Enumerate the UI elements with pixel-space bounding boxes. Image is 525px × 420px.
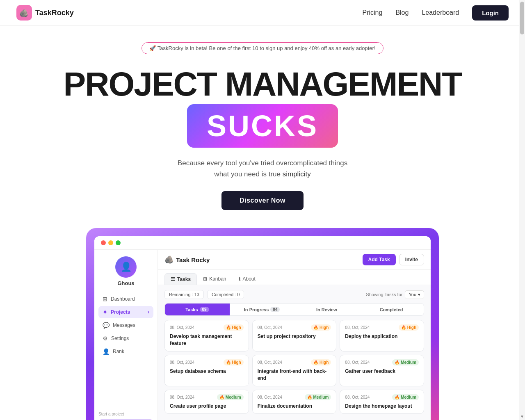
titlebar-dot-green <box>116 240 121 245</box>
showing-chevron-icon: ▾ <box>418 292 420 297</box>
messages-icon: 💬 <box>103 322 110 329</box>
main-logo: 🪨 Task Rocky <box>164 255 210 264</box>
sidebar-menu: ⊞ Dashboard ✦ Projects › 💬 Messages <box>94 293 158 358</box>
task-card[interactable]: 08, Oct, 2024 🔥 High Set up project repo… <box>252 320 337 352</box>
task-card-header: 08, Oct, 2024 🔥 High <box>345 324 419 331</box>
task-card[interactable]: 08, Oct, 2024 🔥 Medium Gather user feedb… <box>340 355 424 386</box>
avatar: 👤 <box>115 256 137 278</box>
task-card-header: 08, Oct, 2024 🔥 High <box>170 359 244 365</box>
kanban-tab-label: Kanban <box>209 276 226 282</box>
priority-badge: 🔥 Medium <box>392 394 419 400</box>
discover-now-button[interactable]: Discover Now <box>221 191 304 210</box>
sidebar-item-projects[interactable]: ✦ Projects › <box>98 306 153 318</box>
sidebar-item-dashboard[interactable]: ⊞ Dashboard <box>98 293 153 305</box>
sidebar-item-settings[interactable]: ⚙ Settings <box>98 332 153 345</box>
scrollbar[interactable]: ▲ ▼ <box>519 0 525 420</box>
task-card[interactable]: 08, Oct, 2024 🔥 High Develop task manage… <box>164 320 249 352</box>
about-tab-label: About <box>243 276 256 282</box>
login-button[interactable]: Login <box>472 5 509 21</box>
sidebar-label-projects: Projects <box>111 309 130 315</box>
inprogress-count-badge: 04 <box>270 307 280 312</box>
tasks-grid: 08, Oct, 2024 🔥 High Develop task manage… <box>164 320 424 414</box>
main-header-actions: Add Task Invite <box>363 254 424 265</box>
col-header-completed[interactable]: Completed <box>359 304 424 315</box>
task-card[interactable]: 08, Oct, 2024 🔥 High Integrate front-end… <box>252 355 337 386</box>
task-card[interactable]: 08, Oct, 2024 🔥 Medium Finalize document… <box>252 390 337 414</box>
sidebar-item-messages[interactable]: 💬 Messages <box>98 319 153 331</box>
task-card[interactable]: 08, Oct, 2024 🔥 High Setup database sche… <box>164 355 249 386</box>
task-title: Set up project repository <box>258 333 331 340</box>
settings-icon: ⚙ <box>103 335 108 342</box>
showing-tasks-select[interactable]: You ▾ <box>405 290 424 299</box>
task-date: 08, Oct, 2024 <box>258 360 282 365</box>
priority-badge: 🔥 Medium <box>217 394 244 400</box>
titlebar-dot-yellow <box>108 240 113 245</box>
task-card[interactable]: 08, Oct, 2024 🔥 Medium Design the homepa… <box>340 390 424 414</box>
tasks-tab-label: Tasks <box>177 276 191 282</box>
task-date: 08, Oct, 2024 <box>345 325 370 330</box>
brand-name: TaskRocky <box>35 9 74 17</box>
showing-tasks-label: Showing Tasks for <box>366 292 402 297</box>
user-name: Ghous <box>117 280 134 286</box>
main-content: 🪨 Task Rocky Add Task Invite ☰ Tasks <box>158 250 431 420</box>
task-stats: Remaining : 13 Completed : 0 <box>164 290 244 299</box>
task-filters-row: Remaining : 13 Completed : 0 Showing Tas… <box>164 290 424 299</box>
task-title: Create user profile page <box>170 403 244 410</box>
task-columns-header: Tasks 09 In Progress 04 In Review Comple… <box>164 303 424 316</box>
rank-icon: 👤 <box>103 348 110 355</box>
tasks-tab-icon: ☰ <box>171 276 175 282</box>
sidebar-label-messages: Messages <box>113 322 135 328</box>
nav-links: Pricing Blog Leaderboard Login <box>362 5 509 21</box>
app-window: 👤 Ghous ⊞ Dashboard ✦ Projects › <box>94 236 431 420</box>
task-card[interactable]: 08, Oct, 2024 🔥 High Deploy the applicat… <box>340 320 424 352</box>
add-task-button[interactable]: Add Task <box>363 254 396 265</box>
sidebar-item-rank[interactable]: 👤 Rank <box>98 345 153 358</box>
hero-subtitle: Because every tool you've tried overcomp… <box>8 158 517 180</box>
main-logo-icon: 🪨 <box>164 255 173 264</box>
hero-title-sucks: SUCKS <box>187 104 338 148</box>
app-preview-container: 👤 Ghous ⊞ Dashboard ✦ Projects › <box>86 228 439 420</box>
tab-tasks[interactable]: ☰ Tasks <box>164 273 197 285</box>
scroll-thumb[interactable] <box>520 2 524 34</box>
task-title: Design the homepage layout <box>345 403 419 410</box>
start-project-label: Start a project <box>94 407 158 418</box>
main-tabs: ☰ Tasks ⊞ Kanban ℹ About <box>158 270 431 285</box>
sidebar-label-rank: Rank <box>113 349 124 354</box>
sidebar-label-settings: Settings <box>111 336 129 341</box>
task-date: 08, Oct, 2024 <box>345 395 370 399</box>
hero-subtitle-line2: what you need is true <box>214 170 282 178</box>
priority-badge: 🔥 High <box>311 359 331 365</box>
projects-icon: ✦ <box>103 309 107 315</box>
invite-button[interactable]: Invite <box>399 254 424 265</box>
sidebar-label-dashboard: Dashboard <box>111 296 135 302</box>
priority-badge: 🔥 Medium <box>305 394 331 400</box>
nav-leaderboard[interactable]: Leaderboard <box>422 9 459 16</box>
task-title: Deploy the application <box>345 333 419 340</box>
col-header-inreview[interactable]: In Review <box>294 304 359 315</box>
projects-chevron-icon: › <box>148 309 149 315</box>
col-header-inprogress[interactable]: In Progress 04 <box>230 304 294 315</box>
task-card-header: 08, Oct, 2024 🔥 Medium <box>170 394 244 400</box>
scroll-down-arrow[interactable]: ▼ <box>519 413 525 420</box>
task-card-header: 08, Oct, 2024 🔥 High <box>258 324 331 331</box>
priority-badge: 🔥 High <box>224 324 244 331</box>
app-body: 👤 Ghous ⊞ Dashboard ✦ Projects › <box>94 250 431 420</box>
nav-blog[interactable]: Blog <box>395 9 409 16</box>
main-body: Remaining : 13 Completed : 0 Showing Tas… <box>158 285 431 420</box>
task-card-header: 08, Oct, 2024 🔥 Medium <box>345 394 419 400</box>
logo-icon: 🪨 <box>16 5 32 21</box>
titlebar-dot-red <box>101 240 106 245</box>
beta-banner: 🚀 TaskRocky is in beta! Be one of the fi… <box>142 42 383 54</box>
task-title: Integrate front-end with back-end <box>258 368 331 382</box>
task-date: 08, Oct, 2024 <box>170 395 194 399</box>
completed-badge: Completed : 0 <box>207 290 244 299</box>
hero-section: 🚀 TaskRocky is in beta! Be one of the fi… <box>0 26 525 210</box>
brand-logo[interactable]: 🪨 TaskRocky <box>16 5 74 21</box>
svg-text:🪨: 🪨 <box>19 9 29 18</box>
task-date: 08, Oct, 2024 <box>345 360 370 365</box>
tab-kanban[interactable]: ⊞ Kanban <box>197 273 232 285</box>
col-header-tasks[interactable]: Tasks 09 <box>165 304 230 315</box>
nav-pricing[interactable]: Pricing <box>362 9 382 16</box>
task-card[interactable]: 08, Oct, 2024 🔥 Medium Create user profi… <box>164 390 249 414</box>
tab-about[interactable]: ℹ About <box>233 273 262 285</box>
